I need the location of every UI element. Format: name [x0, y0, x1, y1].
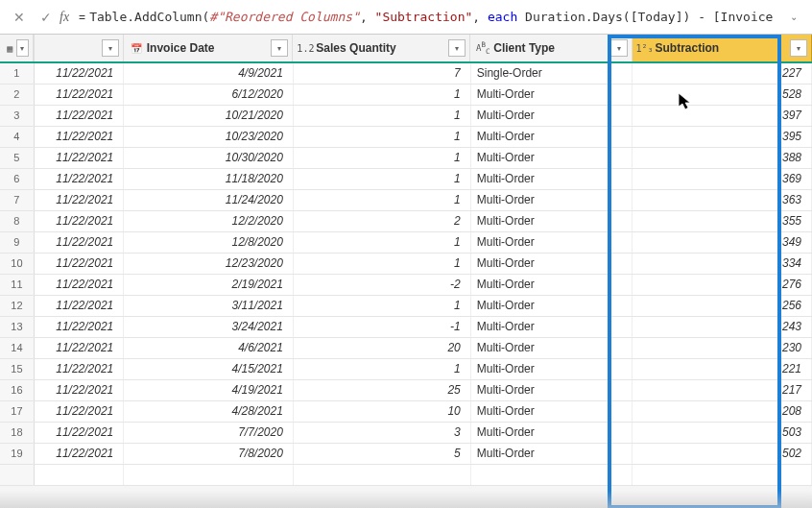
- cell-client-type[interactable]: Multi-Order: [470, 337, 632, 358]
- cell-client-type[interactable]: Multi-Order: [470, 358, 632, 379]
- cell-subtraction[interactable]: 256: [633, 295, 812, 316]
- table-row[interactable]: 1111/22/20212/19/2021-2Multi-Order276: [0, 274, 812, 295]
- formula-commit-button[interactable]: ✓: [33, 4, 60, 31]
- cell-client-type[interactable]: Multi-Order: [470, 126, 632, 147]
- cell-client-type[interactable]: Multi-Order: [470, 147, 632, 168]
- cell-subtraction[interactable]: 349: [633, 231, 812, 253]
- row-number[interactable]: 11: [0, 274, 34, 295]
- column-header-sales-quantity[interactable]: 1.2Sales Quantity▾: [293, 35, 470, 62]
- cell-subtraction[interactable]: 243: [633, 316, 812, 337]
- cell-today[interactable]: [34, 464, 123, 485]
- cell-today[interactable]: 11/22/2021: [34, 274, 123, 295]
- table-row[interactable]: 1611/22/20214/19/202125Multi-Order217: [0, 379, 812, 400]
- cell-subtraction[interactable]: 217: [633, 379, 812, 400]
- row-number[interactable]: 1: [0, 62, 34, 84]
- cell-sales-quantity[interactable]: 1: [293, 189, 470, 210]
- cell-subtraction[interactable]: 395: [633, 126, 812, 147]
- row-number[interactable]: 15: [0, 358, 34, 379]
- row-number[interactable]: 13: [0, 316, 34, 337]
- cell-today[interactable]: 11/22/2021: [34, 231, 123, 253]
- cell-sales-quantity[interactable]: 25: [293, 379, 470, 400]
- cell-sales-quantity[interactable]: 1: [293, 168, 470, 189]
- table-row[interactable]: 211/22/20216/12/20201Multi-Order528: [0, 84, 812, 105]
- row-number[interactable]: 3: [0, 105, 34, 126]
- cell-client-type[interactable]: Multi-Order: [470, 443, 632, 464]
- cell-invoice-date[interactable]: 4/19/2021: [124, 379, 294, 400]
- cell-invoice-date[interactable]: 3/11/2021: [124, 295, 294, 316]
- row-number[interactable]: 18: [0, 422, 34, 443]
- cell-sales-quantity[interactable]: 1: [293, 84, 470, 105]
- cell-invoice-date[interactable]: 11/18/2020: [124, 168, 294, 189]
- table-row[interactable]: 1711/22/20214/28/202110Multi-Order208: [0, 400, 812, 422]
- cell-subtraction[interactable]: 369: [633, 168, 812, 189]
- formula-input[interactable]: Table.AddColumn(#"Reordered Columns", "S…: [89, 10, 781, 24]
- column-header-invoice-date[interactable]: 📅Invoice Date▾: [124, 35, 294, 62]
- cell-invoice-date[interactable]: 7/8/2020: [124, 443, 294, 464]
- formula-expand-button[interactable]: ⌄: [781, 12, 806, 22]
- cell-sales-quantity[interactable]: -2: [293, 274, 470, 295]
- cell-subtraction[interactable]: 208: [633, 400, 812, 422]
- column-header-client-type[interactable]: ABCClient Type▾: [470, 35, 632, 62]
- cell-subtraction[interactable]: 334: [633, 253, 812, 274]
- cell-invoice-date[interactable]: 10/30/2020: [124, 147, 294, 168]
- cell-client-type[interactable]: Multi-Order: [470, 231, 632, 253]
- cell-today[interactable]: 11/22/2021: [34, 84, 123, 105]
- table-row[interactable]: 1311/22/20213/24/2021-1Multi-Order243: [0, 316, 812, 337]
- cell-sales-quantity[interactable]: 1: [293, 105, 470, 126]
- table-row[interactable]: 811/22/202112/2/20202Multi-Order355: [0, 210, 812, 231]
- cell-today[interactable]: 11/22/2021: [34, 422, 123, 443]
- cell-today[interactable]: 11/22/2021: [34, 210, 123, 231]
- cell-today[interactable]: 11/22/2021: [34, 189, 123, 210]
- cell-subtraction[interactable]: 397: [633, 105, 812, 126]
- cell-sales-quantity[interactable]: 10: [293, 400, 470, 422]
- cell-sales-quantity[interactable]: [293, 464, 470, 485]
- table-row[interactable]: 611/22/202111/18/20201Multi-Order369: [0, 168, 812, 189]
- row-number[interactable]: 4: [0, 126, 34, 147]
- cell-sales-quantity[interactable]: 1: [293, 295, 470, 316]
- cell-sales-quantity[interactable]: 1: [293, 147, 470, 168]
- cell-client-type[interactable]: Multi-Order: [470, 253, 632, 274]
- cell-today[interactable]: 11/22/2021: [34, 253, 123, 274]
- table-row[interactable]: 1411/22/20214/6/202120Multi-Order230: [0, 337, 812, 358]
- cell-client-type[interactable]: Multi-Order: [470, 210, 632, 231]
- cell-client-type[interactable]: Multi-Order: [470, 316, 632, 337]
- cell-subtraction[interactable]: 221: [633, 358, 812, 379]
- cell-sales-quantity[interactable]: -1: [293, 316, 470, 337]
- cell-today[interactable]: 11/22/2021: [34, 443, 123, 464]
- cell-invoice-date[interactable]: 2/19/2021: [124, 274, 294, 295]
- cell-today[interactable]: 11/22/2021: [34, 358, 123, 379]
- cell-today[interactable]: 11/22/2021: [34, 295, 123, 316]
- filter-icon[interactable]: ▾: [610, 39, 628, 57]
- row-number[interactable]: 16: [0, 379, 34, 400]
- table-row[interactable]: 411/22/202110/23/20201Multi-Order395: [0, 126, 812, 147]
- row-number[interactable]: 9: [0, 231, 34, 253]
- table-row[interactable]: 1511/22/20214/15/20211Multi-Order221: [0, 358, 812, 379]
- cell-subtraction[interactable]: 230: [633, 337, 812, 358]
- cell-client-type[interactable]: Multi-Order: [470, 105, 632, 126]
- cell-subtraction[interactable]: [633, 464, 812, 485]
- cell-sales-quantity[interactable]: 5: [293, 443, 470, 464]
- cell-invoice-date[interactable]: 12/2/2020: [124, 210, 294, 231]
- row-number[interactable]: 8: [0, 210, 34, 231]
- cell-invoice-date[interactable]: 6/12/2020: [124, 84, 294, 105]
- cell-sales-quantity[interactable]: 1: [293, 231, 470, 253]
- filter-icon[interactable]: ▾: [448, 39, 466, 57]
- row-number[interactable]: 12: [0, 295, 34, 316]
- row-number[interactable]: 2: [0, 84, 34, 105]
- cell-today[interactable]: 11/22/2021: [34, 105, 123, 126]
- cell-client-type[interactable]: Single-Order: [470, 62, 632, 84]
- cell-client-type[interactable]: Multi-Order: [470, 189, 632, 210]
- row-number[interactable]: 10: [0, 253, 34, 274]
- cell-invoice-date[interactable]: 10/23/2020: [124, 126, 294, 147]
- table-corner[interactable]: ▦▾: [0, 35, 34, 62]
- cell-subtraction[interactable]: 276: [633, 274, 812, 295]
- table-row[interactable]: 711/22/202111/24/20201Multi-Order363: [0, 189, 812, 210]
- cell-today[interactable]: 11/22/2021: [34, 147, 123, 168]
- cell-invoice-date[interactable]: 7/7/2020: [124, 422, 294, 443]
- formula-cancel-button[interactable]: ✕: [6, 4, 33, 31]
- row-number[interactable]: 7: [0, 189, 34, 210]
- filter-icon[interactable]: ▾: [102, 39, 119, 57]
- cell-subtraction[interactable]: 502: [633, 443, 812, 464]
- row-number[interactable]: 20: [0, 464, 34, 485]
- cell-subtraction[interactable]: 227: [633, 62, 812, 84]
